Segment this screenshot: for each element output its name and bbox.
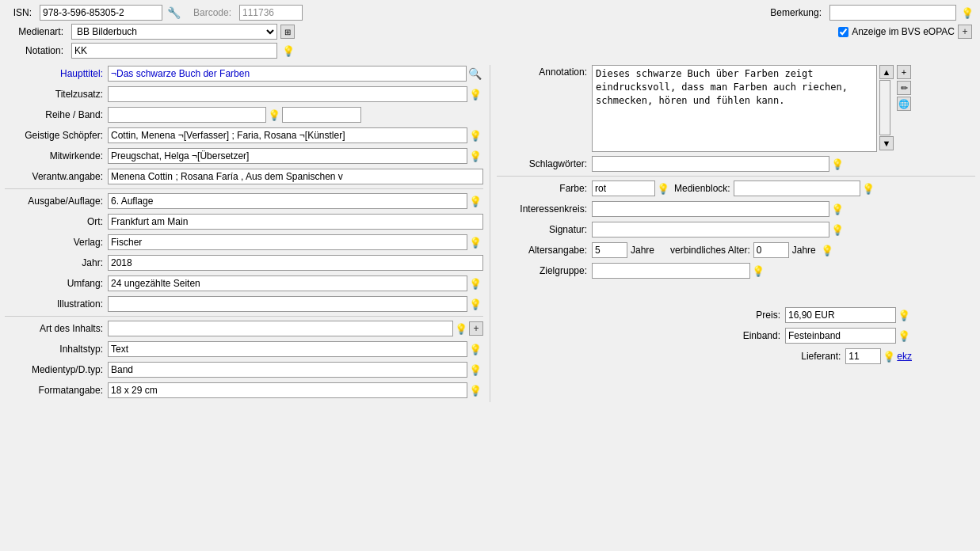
schlagwoerter-row: Schlagwörter: 💡	[497, 155, 975, 173]
zielgruppe-row: Zielgruppe: 💡	[497, 262, 975, 279]
interessenkreis-input[interactable]	[592, 201, 829, 217]
geistige-label: Geistige Schöpfer:	[5, 130, 108, 141]
anzeige-plus-btn[interactable]: +	[958, 25, 972, 39]
signatur-row: Signatur: 💡	[497, 221, 975, 238]
umfang-bulb-btn[interactable]: 💡	[467, 278, 483, 290]
medientyp-bulb-btn[interactable]: 💡	[467, 364, 483, 376]
umfang-input[interactable]	[108, 276, 467, 291]
lieferant-input[interactable]	[845, 348, 881, 364]
barcode-input[interactable]	[239, 5, 303, 21]
art-row: Art des Inhalts: 💡 +	[5, 320, 483, 337]
mitwirkende-label: Mitwirkende:	[5, 150, 108, 162]
ausgabe-bulb-btn[interactable]: 💡	[467, 196, 483, 207]
formatangabe-input[interactable]	[108, 382, 467, 398]
ausgabe-label: Ausgabe/Auflage:	[5, 196, 108, 207]
verlag-row: Verlag: 💡	[5, 234, 483, 251]
verantw-input[interactable]	[108, 169, 483, 184]
mitwirkende-input[interactable]	[108, 148, 467, 164]
verbindliches-label: verbindliches Alter:	[658, 245, 753, 256]
isn-label: ISN:	[5, 7, 36, 18]
annotation-scrollup-btn[interactable]: ▲	[879, 65, 894, 79]
signatur-label: Signatur:	[497, 224, 592, 235]
interessenkreis-label: Interessenkreis:	[497, 203, 592, 215]
signatur-input[interactable]	[592, 222, 829, 238]
altersangabe-label: Altersangabe:	[497, 245, 592, 256]
jahr-row: Jahr:	[5, 254, 483, 272]
mitwirkende-row: Mitwirkende: 💡	[5, 147, 483, 165]
preis-row: Preis: 💡	[497, 306, 912, 324]
medientyp-input[interactable]	[108, 362, 467, 378]
ausgabe-input[interactable]	[108, 193, 467, 209]
preis-label: Preis:	[690, 310, 785, 321]
anzeige-label: Anzeige im BVS eOPAC	[852, 26, 955, 37]
geistige-bulb-btn[interactable]: 💡	[467, 130, 483, 142]
mitwirkende-bulb-btn[interactable]: 💡	[467, 150, 483, 162]
annotation-plus-btn[interactable]: +	[897, 65, 911, 79]
medienblock-label: Medienblock:	[671, 183, 734, 194]
interessenkreis-bulb-btn[interactable]: 💡	[829, 203, 845, 215]
farbe-row: Farbe: 💡 Medienblock: 💡	[497, 180, 975, 197]
illustration-bulb-btn[interactable]: 💡	[467, 298, 483, 310]
ort-input[interactable]	[108, 214, 483, 230]
zielgruppe-input[interactable]	[592, 263, 750, 279]
altersangabe-input[interactable]	[592, 242, 627, 258]
lieferant-bulb-btn[interactable]: 💡	[881, 351, 897, 363]
altersangabe-row: Altersangabe: Jahre verbindliches Alter:…	[497, 241, 975, 259]
medienart-grid-icon[interactable]: ⊞	[280, 25, 295, 39]
verlag-input[interactable]	[108, 234, 467, 250]
schlagwoerter-input[interactable]	[592, 156, 829, 172]
haupttitel-magnify-btn[interactable]: 🔍	[467, 67, 483, 80]
illustration-row: Illustration: 💡	[5, 295, 483, 313]
annotation-wrapper: ▲ ▼ + ✏ 🌐	[592, 65, 911, 152]
annotation-scrolldown-btn[interactable]: ▼	[879, 136, 894, 150]
verantw-row: Verantw.angabe:	[5, 168, 483, 185]
haupttitel-input[interactable]	[108, 66, 467, 82]
medienart-select[interactable]: BB Bilderbuch	[71, 24, 277, 40]
art-input[interactable]	[108, 321, 453, 336]
reihe-bulb-btn[interactable]: 💡	[266, 109, 282, 121]
notation-input[interactable]	[71, 43, 277, 59]
titelzusatz-input[interactable]	[108, 86, 467, 102]
illustration-input[interactable]	[108, 296, 467, 312]
preis-input[interactable]	[785, 307, 896, 323]
verlag-bulb-btn[interactable]: 💡	[467, 237, 483, 249]
inhaltstyp-row: Inhaltstyp: 💡	[5, 340, 483, 358]
zielgruppe-label: Zielgruppe:	[497, 265, 592, 276]
geistige-input[interactable]	[108, 127, 467, 143]
bemerkung-input[interactable]	[829, 5, 956, 21]
notation-bulb-btn[interactable]: 💡	[280, 45, 296, 57]
verbindliches-input[interactable]	[753, 242, 789, 258]
formatangabe-bulb-btn[interactable]: 💡	[467, 385, 483, 397]
ekz-link[interactable]: ekz	[897, 351, 912, 362]
altersangabe-bulb-btn[interactable]: 💡	[819, 245, 835, 256]
schlagwoerter-bulb-btn[interactable]: 💡	[829, 158, 845, 170]
annotation-globe-btn[interactable]: 🌐	[897, 97, 911, 111]
einband-input[interactable]	[785, 328, 896, 344]
signatur-bulb-btn[interactable]: 💡	[829, 224, 845, 236]
inhaltstyp-bulb-btn[interactable]: 💡	[467, 344, 483, 355]
annotation-textarea[interactable]	[592, 65, 877, 152]
medienblock-bulb-btn[interactable]: 💡	[860, 183, 876, 195]
ort-row: Ort:	[5, 213, 483, 230]
inhaltstyp-input[interactable]	[108, 341, 467, 357]
haupttitel-row: Haupttitel: 🔍	[5, 65, 483, 82]
isn-input[interactable]	[40, 5, 162, 21]
reihe-input2[interactable]	[282, 107, 361, 123]
einband-bulb-btn[interactable]: 💡	[896, 330, 912, 342]
annotation-edit-btn[interactable]: ✏	[897, 81, 911, 95]
bemerkung-bulb-btn[interactable]: 💡	[959, 7, 975, 19]
preis-bulb-btn[interactable]: 💡	[896, 310, 912, 321]
art-plus-btn[interactable]: +	[469, 321, 483, 336]
reihe-input1[interactable]	[108, 107, 266, 123]
zielgruppe-bulb-btn[interactable]: 💡	[750, 265, 766, 277]
medienblock-input[interactable]	[734, 180, 860, 196]
art-bulb-btn[interactable]: 💡	[453, 323, 469, 335]
farbe-bulb-btn[interactable]: 💡	[655, 183, 671, 195]
anzeige-checkbox[interactable]	[838, 27, 848, 37]
verantw-label: Verantw.angabe:	[5, 171, 108, 182]
formatangabe-label: Formatangabe:	[5, 385, 108, 396]
isn-spanner-btn[interactable]: 🔧	[166, 6, 182, 19]
jahr-input[interactable]	[108, 255, 483, 271]
titelzusatz-bulb-btn[interactable]: 💡	[467, 89, 483, 101]
farbe-input[interactable]	[592, 180, 655, 196]
